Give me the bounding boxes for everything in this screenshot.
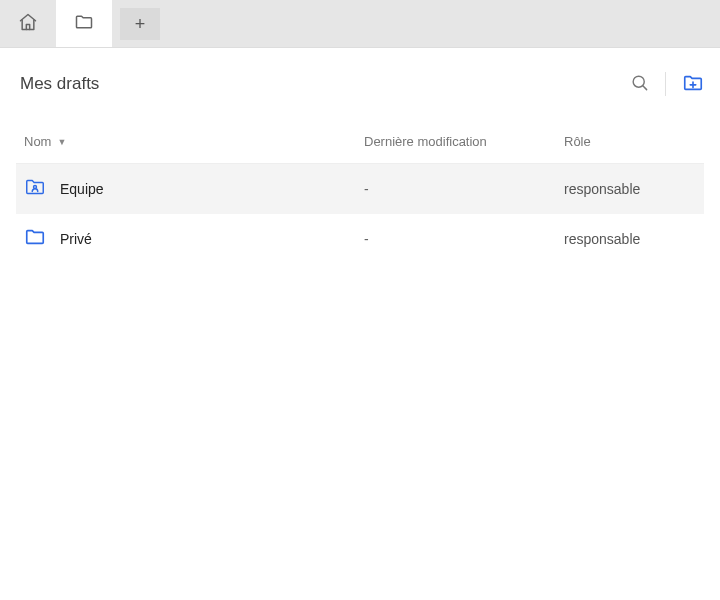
file-list: Equipe-responsablePrivé-responsable (16, 164, 704, 264)
row-modified-cell: - (364, 181, 564, 197)
column-modified[interactable]: Dernière modification (364, 134, 564, 149)
search-icon (630, 73, 649, 95)
header-actions (630, 72, 704, 97)
row-role-cell: responsable (564, 231, 696, 247)
table-row[interactable]: Privé-responsable (16, 214, 704, 264)
plus-icon: + (135, 14, 146, 35)
folder-icon (24, 226, 46, 251)
table-row[interactable]: Equipe-responsable (16, 164, 704, 214)
svg-line-1 (643, 86, 647, 90)
column-modified-label: Dernière modification (364, 134, 487, 149)
team-folder-icon (24, 176, 46, 201)
search-button[interactable] (630, 73, 649, 95)
content-area: Mes drafts Nom ▼ Dernière modification R… (0, 48, 720, 264)
row-name-label: Privé (60, 231, 92, 247)
column-role-label: Rôle (564, 134, 591, 149)
row-name-cell: Equipe (24, 176, 364, 201)
row-name-cell: Privé (24, 226, 364, 251)
new-folder-button[interactable] (682, 72, 704, 97)
page-header: Mes drafts (16, 48, 704, 120)
row-name-label: Equipe (60, 181, 104, 197)
column-role[interactable]: Rôle (564, 134, 696, 149)
sort-desc-icon: ▼ (57, 137, 66, 147)
column-headers: Nom ▼ Dernière modification Rôle (16, 120, 704, 164)
svg-point-4 (34, 186, 37, 189)
tab-add[interactable]: + (120, 8, 160, 40)
row-role-cell: responsable (564, 181, 696, 197)
tab-files[interactable] (56, 0, 112, 47)
tab-home[interactable] (0, 0, 56, 47)
divider (665, 72, 666, 96)
new-folder-icon (682, 72, 704, 97)
folder-icon (74, 12, 94, 35)
page-title: Mes drafts (16, 74, 630, 94)
row-modified-cell: - (364, 231, 564, 247)
tab-bar: + (0, 0, 720, 48)
home-icon (18, 12, 38, 35)
column-name[interactable]: Nom ▼ (24, 134, 364, 149)
column-name-label: Nom (24, 134, 51, 149)
